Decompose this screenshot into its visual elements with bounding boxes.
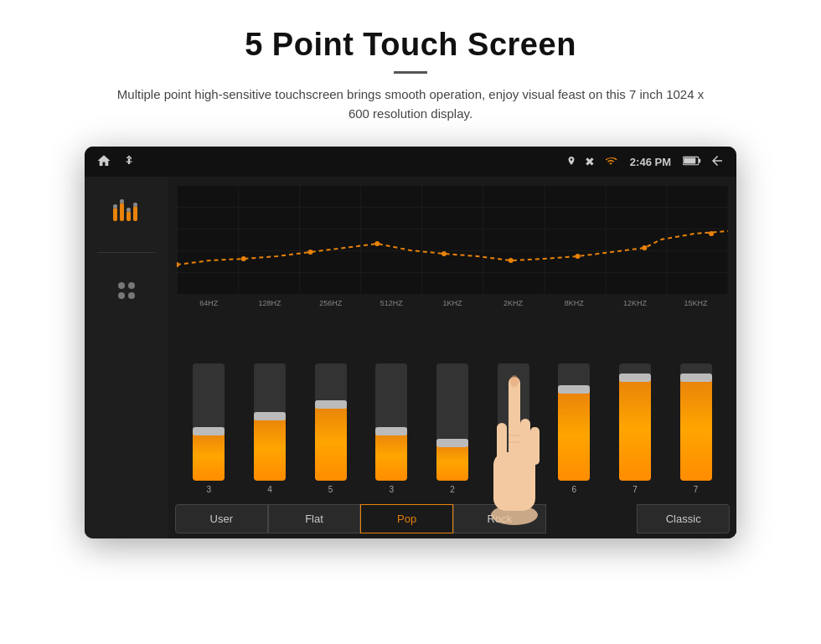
slider-track[interactable] (619, 363, 651, 481)
slider-knob[interactable] (619, 374, 651, 382)
back-icon (710, 153, 725, 171)
slider-value: 5 (328, 485, 333, 494)
location-icon (566, 154, 576, 170)
slider-knob[interactable] (436, 439, 468, 447)
slider-fill (254, 416, 286, 481)
home-icon (96, 153, 111, 171)
slider-knob[interactable] (498, 456, 529, 464)
slider-container[interactable]: 6 (558, 363, 590, 494)
slider-track[interactable] (254, 363, 286, 481)
title-divider (394, 71, 427, 74)
slider-value: 7 (694, 485, 699, 494)
slider-container[interactable]: 3 (375, 363, 407, 494)
dots-grid (118, 282, 135, 299)
freq-label: 2KHZ (488, 299, 539, 307)
slider-container[interactable]: 5 (315, 363, 347, 494)
slider-knob[interactable] (193, 427, 225, 435)
freq-label: 15KHZ (671, 299, 721, 307)
freq-label: 512HZ (366, 299, 416, 307)
svg-rect-9 (133, 206, 137, 221)
slider-track[interactable] (436, 363, 468, 481)
sidebar (85, 177, 168, 538)
battery-icon (683, 155, 701, 169)
svg-point-15 (308, 250, 313, 255)
page-subtitle: Multiple point high-sensitive touchscree… (109, 85, 712, 123)
slider-track[interactable] (680, 363, 712, 481)
preset-button-flat[interactable]: Flat (268, 504, 361, 533)
slider-container[interactable]: 4 (254, 363, 286, 494)
svg-point-19 (576, 254, 581, 259)
page-title: 5 Point Touch Screen (109, 27, 712, 63)
slider-value: 4 (267, 485, 272, 494)
device-frame: ✖ 2:46 PM (85, 147, 736, 538)
svg-rect-27 (530, 427, 540, 465)
eq-sidebar-icon[interactable] (106, 193, 147, 235)
slider-container[interactable]: 7 (619, 363, 651, 494)
freq-label: 256HZ (306, 299, 356, 307)
dot-3 (118, 292, 125, 299)
slider-track[interactable] (498, 363, 529, 481)
status-right-icons: ✖ 2:46 PM (566, 153, 725, 171)
eq-curve-svg (177, 185, 728, 294)
slider-value: 3 (207, 485, 212, 494)
svg-rect-5 (120, 203, 124, 221)
dot-2 (128, 282, 135, 289)
slider-fill (619, 378, 651, 481)
dots-sidebar-icon[interactable] (106, 270, 147, 312)
status-time: 2:46 PM (630, 156, 671, 168)
dot-1 (118, 282, 125, 289)
freq-label: 8KHZ (549, 299, 599, 307)
dot-4 (128, 292, 135, 299)
slider-fill (375, 431, 407, 481)
svg-point-16 (374, 241, 380, 246)
slider-track[interactable] (193, 363, 225, 481)
svg-rect-6 (120, 199, 124, 204)
page-header: 5 Point Touch Screen Multiple point high… (109, 27, 712, 123)
slider-knob[interactable] (315, 400, 347, 409)
slider-fill (680, 378, 712, 481)
svg-rect-10 (133, 203, 137, 207)
slider-value: 2 (450, 485, 455, 494)
usb-icon (123, 153, 135, 171)
slider-container[interactable]: 3 (193, 363, 225, 494)
slider-value: 1 (511, 485, 516, 494)
slider-container[interactable]: 1 (498, 363, 529, 494)
slider-knob[interactable] (254, 412, 286, 420)
freq-label: 1KHZ (427, 299, 478, 307)
slider-knob[interactable] (680, 374, 712, 382)
preset-button-classic[interactable]: Classic (637, 504, 730, 533)
preset-spacer (546, 504, 638, 533)
svg-rect-12 (177, 185, 728, 294)
freq-label: 128HZ (245, 299, 295, 307)
eq-graph (177, 185, 728, 294)
preset-button-pop[interactable]: Pop (360, 504, 453, 533)
slider-value: 6 (571, 485, 576, 494)
svg-point-14 (241, 256, 246, 261)
preset-button-user[interactable]: User (175, 504, 268, 533)
svg-rect-4 (113, 204, 117, 209)
svg-point-17 (441, 251, 447, 256)
slider-value: 7 (633, 485, 638, 494)
freq-label: 12KHZ (610, 299, 660, 307)
eq-sliders-area: 64HZ128HZ256HZ512HZ1KHZ2KHZ8KHZ12KHZ15KH… (168, 294, 736, 499)
slider-fill (558, 389, 590, 481)
slider-container[interactable]: 2 (436, 363, 468, 494)
slider-fill (193, 431, 225, 481)
slider-container[interactable]: 7 (680, 363, 712, 494)
preset-button-rock[interactable]: Rock (453, 504, 546, 533)
svg-point-21 (709, 231, 714, 236)
status-left-icons (96, 153, 135, 171)
slider-track[interactable] (558, 363, 590, 481)
slider-track[interactable] (375, 363, 407, 481)
slider-fill (436, 443, 468, 481)
svg-point-20 (642, 245, 647, 250)
slider-knob[interactable] (375, 427, 407, 435)
slider-value: 3 (390, 485, 395, 494)
slider-track[interactable] (315, 363, 347, 481)
sidebar-divider (97, 252, 156, 253)
freq-labels: 64HZ128HZ256HZ512HZ1KHZ2KHZ8KHZ12KHZ15KH… (177, 299, 728, 307)
slider-knob[interactable] (558, 385, 590, 394)
svg-rect-7 (127, 211, 131, 221)
status-bar: ✖ 2:46 PM (85, 147, 736, 177)
svg-rect-8 (127, 208, 131, 212)
